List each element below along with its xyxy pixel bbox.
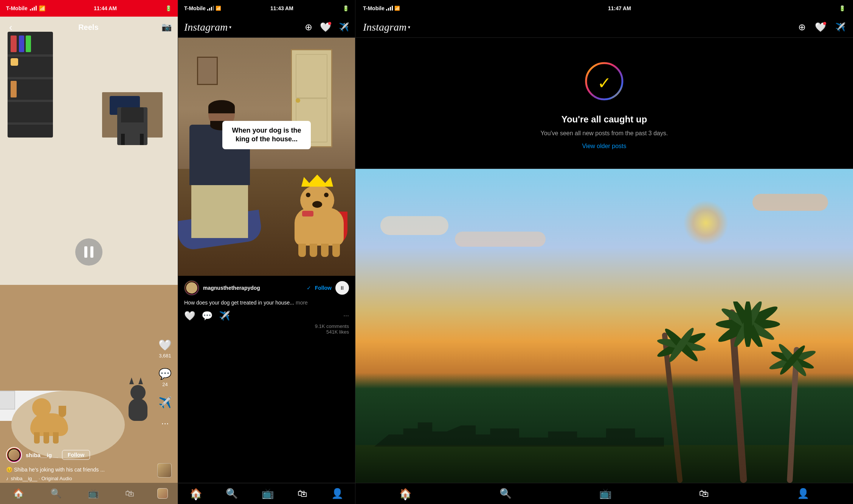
like-count-reels: 3,681 (159, 353, 171, 359)
battery-icon-caught: 🔋 (839, 5, 845, 11)
reels-avatar (6, 447, 22, 463)
status-left-caught: T-Mobile 📶 (363, 5, 400, 12)
post-avatar-inner (185, 281, 198, 294)
caught-up-subtitle: You've seen all new posts from the past … (541, 130, 668, 137)
battery-icon-feed: 🔋 (343, 5, 349, 11)
nav-shop-feed[interactable]: 🛍 (298, 488, 307, 499)
feed-header-icons: ⊕ 🤍 ✈️ (305, 22, 349, 32)
status-left-feed: T-Mobile 📶 (184, 5, 221, 12)
nav-search-caught[interactable]: 🔍 (499, 488, 512, 499)
nav-reels-btn[interactable]: 📺 (85, 485, 102, 502)
comment-count-reels: 24 (162, 382, 167, 387)
logo-chevron-icon[interactable]: ▾ (229, 25, 231, 30)
share-icon-reels: ✈️ (158, 396, 172, 409)
carrier-reels: T-Mobile (6, 5, 28, 11)
feed-panel: T-Mobile 📶 11:43 AM 🔋 Instagram ▾ ⊕ (178, 0, 355, 504)
reels-caption: 😊 Shiba he's joking with his cat friends… (6, 467, 147, 473)
nav-reels-caught[interactable]: 📺 (599, 488, 611, 499)
caught-bottom-nav: 🏠 🔍 📺 🛍 👤 (355, 483, 853, 504)
reels-panel: T-Mobile 📶 11:44 AM 🔋 (0, 0, 178, 504)
palm-leaves-3 (651, 326, 712, 365)
more-action[interactable]: ··· (161, 418, 169, 428)
status-bar-feed: T-Mobile 📶 11:43 AM 🔋 (178, 0, 355, 17)
caught-photo-section (355, 169, 853, 483)
cloud-3 (752, 194, 828, 211)
nav-home-feed[interactable]: 🏠 (190, 488, 202, 499)
like-button-feed[interactable]: 🤍 (184, 311, 195, 321)
palm-leaves-1 (710, 301, 786, 348)
reels-audio-text: shiba__ig__ · Original Audio (11, 476, 72, 481)
nav-reels-feed[interactable]: 📺 (262, 488, 274, 499)
signal-icon-feed (207, 5, 214, 12)
reels-user-row: shiba__ig__ Follow (6, 447, 147, 463)
caught-logo-chevron-icon[interactable]: ▾ (408, 25, 410, 30)
dm-button-caught[interactable]: ✈️ (835, 22, 845, 32)
caught-up-badge: ✓ (583, 60, 625, 104)
room-chair (117, 107, 147, 145)
nav-search-reels[interactable]: 🔍 (47, 485, 65, 502)
heart-button-caught[interactable]: 🤍 (815, 22, 826, 32)
post-follow-button[interactable]: Follow (315, 285, 332, 291)
comments-count: 9.1K comments (315, 323, 349, 329)
palm-tree-3 (678, 332, 683, 483)
caught-header: Instagram ▾ ⊕ 🤍 ✈️ (355, 17, 853, 38)
comment-action[interactable]: 💬 24 (158, 368, 172, 387)
share-button-feed[interactable]: ✈️ (219, 311, 230, 321)
post-username: magnusthetherapydog (203, 285, 301, 291)
dog-golden-video (30, 413, 68, 436)
cloud-1 (380, 216, 448, 235)
pause-button[interactable] (75, 238, 102, 266)
heart-button-feed[interactable]: 🤍 (320, 22, 331, 32)
nav-home-caught[interactable]: 🏠 (399, 488, 411, 499)
feed-header: Instagram ▾ ⊕ 🤍 ✈️ (178, 17, 355, 38)
comment-button-feed[interactable]: 💬 (202, 311, 213, 321)
reels-top-bar: ‹ Reels 📷 (0, 17, 178, 38)
nav-search-feed[interactable]: 🔍 (226, 488, 238, 499)
nav-profile-feed[interactable]: 👤 (331, 488, 343, 499)
nav-profile-caught[interactable]: 👤 (797, 488, 809, 499)
cat-dark (129, 398, 147, 421)
post-caption-more[interactable]: more (296, 300, 308, 306)
nav-home-reels[interactable]: 🏠 (10, 485, 27, 502)
caught-up-title: You're all caught up (561, 114, 647, 125)
svg-text:✓: ✓ (597, 74, 611, 92)
sun-glow (683, 200, 729, 246)
feed-logo-area: Instagram ▾ (184, 21, 231, 33)
like-action[interactable]: 🤍 3,681 (158, 339, 172, 359)
palm-tree-1 (740, 309, 747, 483)
signal-icon-caught (386, 5, 393, 12)
signal-icon-reels (30, 5, 37, 12)
music-play-button[interactable]: ⏸ (335, 281, 349, 295)
nav-shop-reels[interactable]: 🛍 (122, 485, 137, 502)
likes-count: 541K likes (326, 329, 349, 335)
share-action[interactable]: ✈️ (158, 396, 172, 409)
heart-icon-reels: 🤍 (158, 339, 172, 351)
reels-bottom-nav: 🏠 🔍 📺 🛍 (0, 483, 178, 504)
add-post-button-caught[interactable]: ⊕ (798, 22, 806, 32)
camera-button-reels[interactable]: 📷 (161, 22, 172, 32)
reels-right-actions: 🤍 3,681 💬 24 ✈️ ··· (158, 339, 172, 428)
more-button-feed[interactable]: ··· (343, 312, 349, 320)
view-older-posts-link[interactable]: View older posts (582, 143, 626, 150)
caught-header-icons: ⊕ 🤍 ✈️ (798, 22, 845, 32)
nav-profile-reels[interactable] (157, 488, 168, 499)
add-post-button-feed[interactable]: ⊕ (305, 22, 312, 32)
time-reels: 11:44 AM (94, 5, 117, 11)
video-dog-king (295, 208, 344, 246)
wifi-icon-reels: 📶 (39, 5, 45, 11)
reels-follow-button[interactable]: Follow (62, 450, 90, 460)
caption-bubble-text: When your dog is the king of the house..… (232, 127, 301, 143)
battery-icon-reels: 🔋 (165, 5, 172, 11)
svg-point-7 (744, 301, 752, 347)
reels-title: Reels (16, 23, 161, 32)
dm-button-feed[interactable]: ✈️ (339, 22, 349, 32)
post-stats: 9.1K comments 541K likes (184, 323, 349, 335)
post-caption: How does your dog get treated in your ho… (184, 299, 349, 307)
time-feed: 11:43 AM (270, 5, 293, 11)
feed-post-video[interactable]: When your dog is the king of the house..… (178, 38, 355, 276)
nav-shop-caught[interactable]: 🛍 (699, 488, 709, 499)
feed-logo: Instagram (184, 21, 228, 33)
reels-audio: ♪ shiba__ig__ · Original Audio (6, 476, 147, 481)
music-note-icon-reels: ♪ (6, 476, 9, 481)
back-button-reels[interactable]: ‹ (6, 22, 16, 33)
